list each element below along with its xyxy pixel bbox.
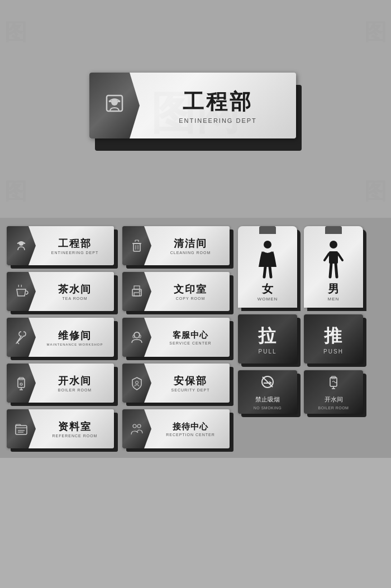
sign-cleaning-text: 清洁间 CLEANING ROOM (151, 237, 230, 255)
bottom-right-row: 禁止吸烟 NO SMOKING (238, 370, 375, 415)
sign-tea-text: 茶水间 TEA ROOM (36, 283, 114, 300)
svg-line-29 (264, 267, 265, 277)
printer-icon (129, 284, 145, 299)
svg-line-35 (325, 254, 329, 260)
grid-section: 工程部 ENTINEERING DEPT (0, 218, 391, 458)
hero-sign-text: 工程部 ENTINEERING DEPT (140, 83, 296, 128)
col-mid: 清洁间 CLEANING ROOM 文印室 C (122, 226, 231, 450)
hero-sign-en: ENTINEERING DEPT (179, 117, 257, 124)
col-left: 工程部 ENTINEERING DEPT (7, 226, 116, 450)
watermark-3: 图 (4, 176, 27, 207)
sign-engineering-icon (7, 226, 36, 265)
toilet-female-content: 女 WOMEN (253, 233, 282, 308)
sign-maintenance-icon (7, 318, 36, 357)
no-smoking-icon (260, 374, 275, 393)
svg-point-21 (139, 290, 141, 292)
svg-line-36 (338, 254, 342, 260)
svg-rect-20 (134, 293, 140, 296)
sign-tea-room: 茶水间 TEA ROOM (7, 272, 116, 312)
sign-engineering-text: 工程部 ENTINEERING DEPT (36, 237, 114, 255)
sign-female-toilet: 女 WOMEN (238, 226, 298, 309)
female-silhouette-icon (253, 239, 282, 279)
sign-reception-text: 接待中心 RECEPTION CENTER (151, 422, 230, 437)
sign-boiler-small: 开水间 BOILER ROOM (304, 370, 364, 415)
svg-point-8 (20, 383, 22, 385)
hero-sign-icon-tab (89, 73, 140, 138)
sign-tea-icon (7, 272, 36, 311)
security-icon (129, 375, 145, 391)
sign-pull: 拉 PULL (238, 314, 298, 365)
sign-reception-icon (122, 409, 151, 448)
sign-service-icon (122, 318, 151, 357)
sign-service-center: 客服中心 SERVICE CENTER (122, 318, 231, 358)
sign-push: 推 PUSH (304, 314, 364, 365)
svg-rect-14 (133, 243, 140, 251)
col-right: 女 WOMEN (238, 226, 375, 450)
sign-boiler-icon (7, 364, 36, 403)
reception-icon (129, 421, 145, 437)
svg-rect-19 (134, 286, 140, 289)
sign-printer-icon (122, 272, 151, 311)
hero-sign-zh: 工程部 (183, 88, 253, 116)
tea-icon (13, 284, 29, 299)
sign-reference-room: 资料室 REFERENCE ROOM (7, 409, 116, 450)
toilet-male-content: 男 MEN (319, 233, 348, 308)
svg-line-33 (330, 264, 331, 277)
service-icon (129, 329, 145, 345)
boiler-small-icon (326, 374, 341, 393)
watermark-4: 图 (364, 176, 387, 207)
sign-security-icon (122, 364, 151, 403)
svg-rect-11 (16, 426, 27, 434)
sign-engineering-dept: 工程部 ENTINEERING DEPT (7, 226, 116, 266)
svg-point-27 (137, 424, 141, 428)
sign-reception-center: 接待中心 RECEPTION CENTER (122, 409, 231, 450)
sign-boiler-text: 开水间 BOILER ROOM (36, 374, 114, 392)
sign-maintenance-text: 维修间 MAINTENANCE WORKSHOP (36, 329, 114, 346)
sign-cleaning-icon (122, 226, 151, 265)
male-silhouette-icon (319, 239, 348, 279)
sign-reference-icon (7, 409, 36, 448)
pull-push-row: 拉 PULL 推 PUSH (238, 314, 375, 365)
sign-boiler-room: 开水间 BOILER ROOM (7, 364, 116, 404)
sign-reference-text: 资料室 REFERENCE ROOM (36, 420, 114, 438)
sign-male-toilet: 男 MEN (304, 226, 364, 309)
svg-point-31 (330, 241, 337, 248)
sign-copy-room: 文印室 COPY ROOM (122, 272, 231, 312)
svg-line-34 (336, 264, 337, 277)
sign-security-dept: 安保部 SECURITY DEPT (122, 364, 231, 404)
engineer-icon (101, 92, 128, 119)
wrench-icon (13, 329, 29, 345)
sign-maintenance: 维修间 MAINTENANCE WORKSHOP (7, 318, 116, 358)
svg-point-25 (136, 381, 139, 384)
cleaning-icon (129, 238, 145, 254)
svg-rect-32 (329, 251, 338, 264)
sign-cleaning-room: 清洁间 CLEANING ROOM (122, 226, 231, 266)
boiler-small-svg-icon (326, 374, 341, 390)
svg-line-30 (270, 267, 271, 277)
hero-sign-wrapper: 工程部 ENTINEERING DEPT (89, 73, 302, 145)
sign-no-smoking: 禁止吸烟 NO SMOKING (238, 370, 298, 415)
boiler-icon (13, 375, 29, 391)
sign-security-text: 安保部 SECURITY DEPT (151, 374, 230, 392)
folder-icon (13, 421, 29, 437)
no-smoking-svg-icon (260, 374, 275, 390)
hero-sign: 工程部 ENTINEERING DEPT (89, 73, 296, 138)
sign-service-text: 客服中心 SERVICE CENTER (151, 330, 230, 345)
sign-copy-text: 文印室 COPY ROOM (151, 283, 230, 300)
watermark-1: 图 (4, 17, 27, 47)
svg-point-28 (264, 241, 271, 248)
hero-section: 图 图 图网 图 图 工程部 ENTINEERING (0, 0, 391, 218)
svg-line-40 (263, 377, 273, 387)
watermark-2: 图 (364, 17, 387, 47)
engineer-small-icon (13, 238, 29, 254)
toilet-signs-row: 女 WOMEN (238, 226, 375, 309)
svg-point-26 (133, 424, 136, 428)
